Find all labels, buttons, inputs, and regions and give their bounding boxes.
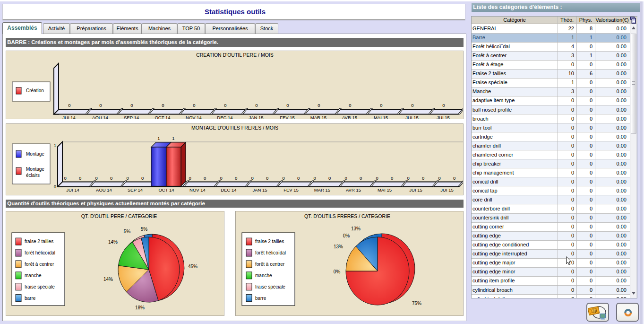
svg-text:OCT 14: OCT 14: [158, 187, 174, 193]
svg-text:forêt à centrer: forêt à centrer: [255, 262, 285, 267]
svg-text:FEV 15: FEV 15: [283, 187, 299, 193]
svg-text:0: 0: [453, 175, 455, 181]
svg-text:NOV 14: NOV 14: [186, 115, 202, 119]
svg-text:manche: manche: [25, 273, 42, 278]
svg-text:0: 0: [68, 103, 70, 108]
svg-text:AVR 15: AVR 15: [342, 115, 357, 119]
svg-text:barre: barre: [255, 296, 266, 301]
svg-text:SEP 14: SEP 14: [124, 115, 139, 119]
svg-text:MAI 15: MAI 15: [378, 187, 392, 193]
svg-text:0: 0: [189, 175, 191, 181]
svg-text:Montage: Montage: [26, 166, 44, 172]
svg-text:5%: 5%: [124, 229, 131, 234]
svg-text:AVR 15: AVR 15: [346, 187, 361, 193]
svg-text:5%: 5%: [141, 227, 148, 232]
svg-text:14%: 14%: [108, 239, 118, 245]
svg-text:0: 0: [110, 175, 112, 181]
svg-text:0: 0: [318, 103, 320, 108]
svg-text:JAN 15: JAN 15: [252, 187, 267, 193]
svg-text:0: 0: [422, 175, 424, 181]
svg-text:1: 1: [54, 143, 56, 148]
svg-text:0: 0: [54, 184, 56, 189]
svg-text:JAN 15: JAN 15: [249, 115, 263, 119]
svg-text:0: 0: [99, 103, 102, 108]
svg-text:0: 0: [141, 175, 144, 181]
svg-text:DEC 14: DEC 14: [217, 115, 232, 119]
svg-text:Montage: Montage: [26, 151, 44, 157]
svg-text:0: 0: [442, 103, 445, 108]
svg-text:0%: 0%: [334, 269, 341, 274]
svg-text:0: 0: [328, 175, 331, 181]
svg-text:manche: manche: [255, 273, 272, 278]
svg-text:13%: 13%: [334, 244, 343, 249]
svg-text:DEC 14: DEC 14: [221, 187, 236, 193]
svg-text:JUI 15: JUI 15: [409, 187, 422, 193]
svg-text:0: 0: [349, 103, 351, 108]
svg-text:OCT 14: OCT 14: [155, 115, 170, 119]
svg-text:0: 0: [345, 175, 347, 181]
svg-text:75%: 75%: [412, 301, 421, 306]
svg-text:MONTAGE D'OUTILS FRERES / MOIS: MONTAGE D'OUTILS FRERES / MOIS: [191, 125, 278, 131]
svg-text:0: 0: [64, 175, 67, 181]
svg-text:NOV 14: NOV 14: [189, 187, 206, 193]
svg-text:JUI 15: JUI 15: [437, 115, 449, 119]
svg-text:0: 0: [95, 175, 98, 181]
svg-text:0: 0: [235, 175, 237, 181]
svg-text:FEV 15: FEV 15: [280, 115, 295, 119]
svg-text:0: 0: [204, 175, 206, 181]
svg-text:QT. D'OUTIL PERE / CATEGORIE: QT. D'OUTIL PERE / CATEGORIE: [81, 213, 157, 219]
svg-text:éclairs: éclairs: [26, 173, 40, 178]
svg-text:0: 0: [438, 175, 441, 181]
svg-text:0: 0: [376, 175, 378, 181]
svg-text:0: 0: [162, 103, 164, 108]
svg-text:0: 0: [286, 103, 289, 108]
svg-text:0: 0: [251, 175, 254, 181]
svg-text:JUI 15: JUI 15: [440, 187, 453, 193]
svg-text:1: 1: [157, 136, 160, 141]
svg-text:barre: barre: [25, 296, 36, 301]
svg-text:0: 0: [407, 175, 410, 181]
svg-text:CREATION D'OUTIL PERE / MOIS: CREATION D'OUTIL PERE / MOIS: [196, 52, 274, 58]
svg-text:MAR 15: MAR 15: [310, 115, 326, 119]
svg-text:MAI 15: MAI 15: [374, 115, 388, 119]
svg-text:AOU 14: AOU 14: [92, 115, 108, 119]
svg-text:JUI 15: JUI 15: [405, 115, 418, 119]
svg-text:MAR 15: MAR 15: [314, 187, 330, 193]
svg-text:0: 0: [283, 175, 285, 181]
svg-text:0: 0: [360, 175, 362, 181]
svg-text:0: 0: [297, 175, 300, 181]
svg-text:QT. D'OUTILS FRERES / CATEGORI: QT. D'OUTILS FRERES / CATEGORIE: [304, 213, 390, 219]
svg-text:fraise spéciale: fraise spéciale: [255, 284, 285, 289]
svg-text:0: 0: [314, 175, 316, 181]
svg-text:0: 0: [411, 103, 413, 108]
svg-text:0: 0: [391, 175, 393, 181]
svg-text:0: 0: [193, 103, 195, 108]
svg-text:0%: 0%: [343, 233, 350, 238]
svg-text:JUI 14: JUI 14: [62, 115, 75, 119]
svg-text:0: 0: [224, 103, 226, 108]
svg-text:0: 0: [266, 175, 268, 181]
svg-text:forêt hélicoïdal: forêt hélicoïdal: [255, 250, 286, 255]
svg-text:JUI 14: JUI 14: [66, 187, 79, 193]
svg-text:1: 1: [172, 136, 174, 141]
svg-text:fraise spéciale: fraise spéciale: [25, 284, 55, 289]
svg-text:0: 0: [220, 175, 223, 181]
svg-text:0: 0: [79, 175, 81, 181]
svg-text:18%: 18%: [135, 305, 145, 310]
svg-text:AOU 14: AOU 14: [96, 187, 112, 193]
svg-text:0: 0: [130, 103, 133, 108]
svg-text:45%: 45%: [188, 264, 197, 269]
svg-text:fraise 2 tailles: fraise 2 tailles: [255, 239, 284, 244]
svg-text:0: 0: [255, 103, 258, 108]
svg-text:SEP 14: SEP 14: [128, 187, 143, 193]
svg-text:forêt à centrer: forêt à centrer: [25, 262, 54, 267]
svg-text:13%: 13%: [351, 226, 361, 231]
svg-text:0: 0: [380, 103, 382, 108]
svg-text:0: 0: [127, 175, 129, 181]
svg-text:Création: Création: [26, 88, 44, 93]
svg-text:14%: 14%: [103, 277, 113, 282]
svg-text:fraise 2 tailles: fraise 2 tailles: [25, 239, 53, 244]
svg-text:forêt hélicoïdal: forêt hélicoïdal: [25, 250, 55, 255]
